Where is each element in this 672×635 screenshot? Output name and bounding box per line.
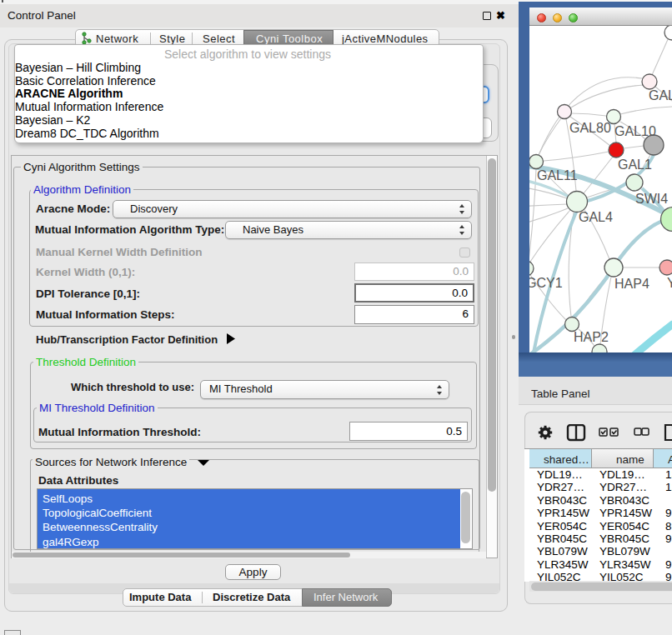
svg-text:GAL7: GAL7 [649, 88, 672, 102]
svg-text:GAL1: GAL1 [618, 158, 652, 172]
svg-text:GAL10: GAL10 [614, 124, 656, 138]
svg-text:HAP4: HAP4 [614, 277, 649, 291]
svg-text:Y: Y [667, 276, 672, 290]
svg-text:HAP2: HAP2 [574, 330, 609, 344]
svg-text:GAL4: GAL4 [579, 210, 613, 224]
svg-text:GCY1: GCY1 [529, 276, 563, 290]
svg-text:SWI4: SWI4 [635, 192, 668, 206]
svg-text:GAL80: GAL80 [569, 121, 611, 135]
svg-text:GAL11: GAL11 [537, 168, 578, 182]
